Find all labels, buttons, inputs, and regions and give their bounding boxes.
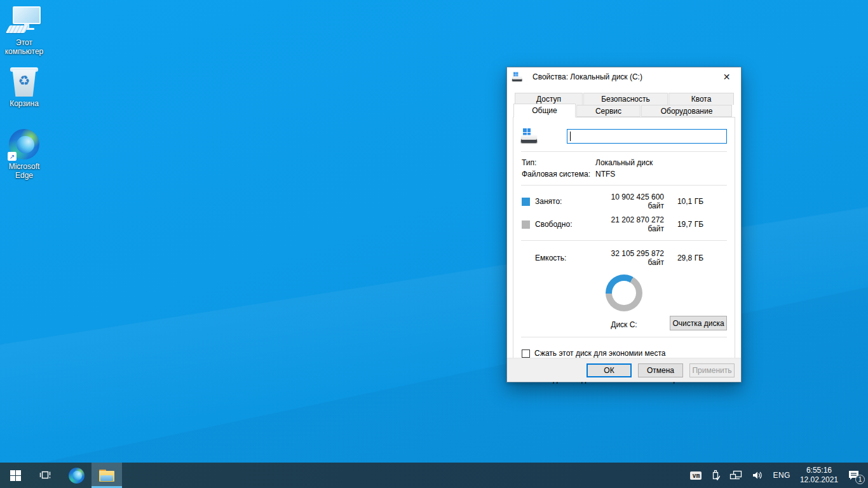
notification-count-badge: 1 [855, 475, 865, 484]
separator [521, 240, 727, 241]
language-indicator[interactable]: ENG [773, 471, 790, 480]
dialog-footer: ОК Отмена Применить [507, 358, 741, 382]
desktop-wallpaper: Этот компьютер ♻ Корзина ↗ Microsoft Edg… [0, 0, 868, 488]
apply-button[interactable]: Применить [689, 363, 735, 377]
capacity-bytes: 32 105 295 872 байт [596, 249, 664, 267]
free-label: Свободно: [535, 220, 596, 229]
capacity-size: 29,8 ГБ [664, 254, 703, 262]
recycle-bin-icon: ♻ [10, 66, 38, 97]
taskbar: vm [0, 463, 868, 488]
ok-button[interactable]: ОК [587, 363, 632, 377]
compress-checkbox-label[interactable]: Сжать этот диск для экономии места [534, 349, 665, 358]
separator [521, 337, 727, 337]
filesystem-value: NTFS [595, 170, 727, 179]
clock-date: 12.02.2021 [800, 475, 838, 485]
drive-icon [512, 72, 522, 82]
this-pc-icon [8, 6, 41, 36]
desktop-icon-microsoft-edge[interactable]: ↗ Microsoft Edge [0, 129, 48, 180]
clock-time: 6:55:16 [800, 466, 838, 475]
drive-icon-large [521, 128, 538, 144]
desktop-icon-label: Корзина [10, 99, 39, 108]
start-button[interactable] [0, 463, 31, 488]
free-size: 19,7 ГБ [664, 220, 703, 229]
tab-general[interactable]: Общие [513, 104, 576, 118]
desktop-icon-recycle-bin[interactable]: ♻ Корзина [0, 66, 48, 108]
capacity-label: Емкость: [535, 254, 596, 262]
taskbar-clock[interactable]: 6:55:16 12.02.2021 [800, 466, 838, 485]
task-view-button[interactable] [31, 463, 61, 488]
action-center-button[interactable]: 1 [848, 470, 860, 481]
system-tray: vm [690, 463, 868, 488]
shortcut-arrow-icon: ↗ [8, 152, 17, 161]
tab-tools[interactable]: Сервис [576, 105, 641, 117]
used-label: Занято: [535, 197, 596, 206]
edge-icon [69, 468, 85, 484]
task-view-icon [39, 470, 52, 481]
type-value: Локальный диск [595, 158, 727, 167]
filesystem-label: Файловая система: [522, 170, 595, 179]
windows-logo-icon [10, 470, 21, 481]
free-bytes: 21 202 870 272 байт [596, 215, 664, 233]
general-tab-page: Тип: Локальный диск Файловая система: NT… [513, 117, 735, 360]
usb-device-icon[interactable] [711, 470, 720, 481]
text-caret [570, 132, 571, 141]
dialog-titlebar[interactable]: Свойства: Локальный диск (C:) ✕ [507, 67, 741, 86]
type-label: Тип: [522, 158, 595, 167]
compress-checkbox[interactable] [522, 349, 530, 358]
volume-label-input[interactable] [567, 129, 727, 144]
volume-icon[interactable] [752, 470, 763, 480]
disk-usage-donut-chart [606, 274, 642, 311]
close-button[interactable]: ✕ [712, 68, 741, 86]
disk-cleanup-button[interactable]: Очистка диска [670, 316, 727, 330]
used-size: 10,1 ГБ [664, 197, 703, 206]
separator [521, 185, 727, 186]
free-legend-swatch [522, 220, 530, 229]
tab-strip: Доступ Безопасность Квота Общие Сервис О… [513, 93, 735, 117]
desktop-icon-label: Этот компьютер [0, 38, 48, 56]
desktop-icon-this-pc[interactable]: Этот компьютер [0, 6, 48, 56]
used-bytes: 10 902 425 600 байт [596, 193, 664, 210]
tab-hardware[interactable]: Оборудование [641, 105, 732, 117]
used-legend-swatch [522, 198, 530, 206]
cancel-button[interactable]: Отмена [638, 363, 683, 377]
dialog-title: Свойства: Локальный диск (C:) [532, 72, 712, 81]
file-explorer-icon [99, 470, 114, 482]
edge-icon: ↗ [9, 129, 39, 159]
taskbar-edge-button[interactable] [61, 463, 92, 488]
disk-properties-dialog: Свойства: Локальный диск (C:) ✕ Доступ Б… [506, 67, 742, 383]
taskbar-file-explorer-button[interactable] [92, 463, 122, 488]
network-icon[interactable] [729, 470, 742, 480]
vmware-tray-icon[interactable]: vm [690, 471, 702, 480]
desktop-icon-label: Microsoft Edge [0, 162, 48, 180]
separator [521, 151, 727, 152]
